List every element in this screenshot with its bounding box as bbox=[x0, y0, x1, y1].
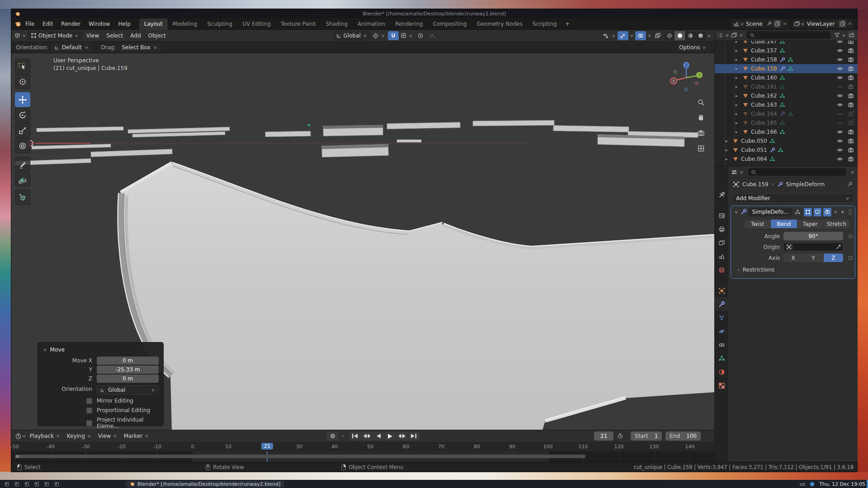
animate-dot-icon[interactable] bbox=[849, 256, 852, 260]
viewport-menu[interactable]: Select bbox=[103, 31, 126, 40]
pivot-point-dropdown[interactable]: ∨ bbox=[371, 31, 387, 40]
pan-hand-icon[interactable] bbox=[695, 112, 706, 123]
object-name[interactable]: Cube.166 bbox=[751, 129, 777, 135]
show-gizmo-toggle[interactable] bbox=[618, 31, 628, 40]
properties-tab[interactable] bbox=[715, 284, 728, 297]
workspace-tab[interactable]: Sculpting bbox=[202, 19, 237, 30]
object-name[interactable]: Cube.161 bbox=[751, 84, 777, 90]
shading-wireframe-button[interactable] bbox=[664, 31, 675, 40]
properties-tab[interactable] bbox=[715, 338, 728, 352]
jump-to-end-button[interactable] bbox=[408, 432, 420, 441]
axis-button[interactable]: Y bbox=[803, 253, 823, 262]
taskbar-window-icon[interactable] bbox=[13, 481, 21, 487]
outliner-row[interactable]: ▸ Cube.164 ✕ bbox=[715, 109, 858, 118]
object-name[interactable]: Cube.164 bbox=[751, 111, 777, 117]
filter-icon[interactable] bbox=[834, 32, 840, 38]
prev-keyframe-button[interactable] bbox=[361, 432, 373, 441]
gizmo-dropdown-icon[interactable]: ∨ bbox=[628, 33, 635, 38]
breadcrumb-object[interactable]: Cube.159 bbox=[742, 181, 769, 188]
outliner-row[interactable]: ▸ Cube.158 ✕ bbox=[715, 55, 858, 64]
tool-scale[interactable] bbox=[15, 123, 30, 138]
drag-handle-icon[interactable] bbox=[848, 209, 852, 215]
object-name[interactable]: Cube.165 bbox=[751, 120, 777, 126]
checkbox[interactable] bbox=[86, 420, 92, 426]
drag-mode-dropdown[interactable]: Select Box ∨ bbox=[118, 43, 160, 52]
modifier-panel-header[interactable]: ∨ SimpleDefo... ∨ ✕ bbox=[731, 206, 855, 218]
outliner-row[interactable]: ▸ Cube.050 ✕ bbox=[715, 136, 858, 145]
workspace-tab[interactable]: Modeling bbox=[168, 19, 203, 30]
object-name[interactable]: Cube.147 bbox=[751, 41, 777, 45]
render-camera-icon[interactable] bbox=[848, 156, 854, 162]
outliner-row[interactable]: ▸ Cube.051 ✕ bbox=[715, 145, 858, 155]
object-name[interactable]: Cube.160 bbox=[751, 75, 777, 81]
hide-eye-closed-icon[interactable] bbox=[837, 111, 843, 117]
preview-range-icon[interactable] bbox=[617, 433, 623, 439]
properties-tab[interactable] bbox=[715, 352, 728, 365]
disclosure-triangle-icon[interactable]: ▸ bbox=[736, 41, 740, 44]
disclosure-triangle-icon[interactable]: ▸ bbox=[736, 94, 740, 98]
move-z-field[interactable]: 0 m bbox=[97, 375, 159, 383]
object-name[interactable]: Cube.163 bbox=[751, 102, 777, 108]
properties-tab[interactable] bbox=[715, 311, 728, 324]
render-camera-icon[interactable] bbox=[848, 129, 854, 135]
topbar-menu[interactable]: Window bbox=[85, 19, 114, 29]
orientation-dropdown[interactable]: Global ∨ bbox=[97, 385, 159, 394]
new-viewlayer-icon[interactable] bbox=[839, 20, 846, 28]
move-operator-panel[interactable]: ∨ Move Move X 0 m Y -25.33 m Z 0 m Orien… bbox=[38, 342, 164, 426]
new-scene-icon[interactable] bbox=[774, 20, 781, 28]
taskbar-window-icon[interactable] bbox=[52, 481, 61, 487]
pin-icon[interactable] bbox=[847, 181, 853, 188]
properties-tab[interactable] bbox=[715, 365, 728, 379]
axis-button[interactable]: X bbox=[783, 253, 803, 262]
outliner-row[interactable]: ▸ Cube.157 ✕ bbox=[715, 46, 858, 55]
viewlayer-selector[interactable]: ∨ ViewLayer ✕ bbox=[792, 19, 854, 28]
outliner-row[interactable]: ▸ Cube.160 ✕ bbox=[715, 73, 858, 82]
disclosure-triangle-icon[interactable]: ▸ bbox=[736, 48, 740, 53]
topbar-menu[interactable]: File bbox=[21, 19, 38, 29]
timeline-strip[interactable] bbox=[11, 451, 714, 462]
disclosure-triangle-icon[interactable]: ▸ bbox=[736, 121, 740, 125]
properties-tab[interactable] bbox=[715, 209, 728, 222]
render-camera-icon[interactable] bbox=[848, 75, 854, 81]
disclosure-triangle-icon[interactable]: ▸ bbox=[736, 103, 740, 107]
show-render-toggle[interactable] bbox=[823, 208, 831, 216]
navigation-gizmo[interactable]: Z Y X bbox=[668, 60, 704, 96]
tool-annotate[interactable] bbox=[15, 156, 30, 171]
outliner-row[interactable]: ▸ Cube.147 ✕ bbox=[715, 41, 858, 46]
keying-clear-icon[interactable]: ✕ bbox=[341, 434, 344, 439]
hide-eye-icon[interactable] bbox=[837, 102, 843, 108]
object-visibility-dropdown[interactable]: ∨ bbox=[601, 31, 617, 40]
render-camera-icon[interactable] bbox=[848, 66, 854, 72]
add-modifier-dropdown[interactable]: Add Modifier ∨ bbox=[732, 193, 854, 203]
show-overlays-toggle[interactable] bbox=[635, 31, 646, 40]
workspace-tab[interactable]: Geometry Nodes bbox=[472, 19, 528, 30]
modifier-name-field[interactable]: SimpleDefo... bbox=[749, 208, 792, 216]
viewport-menu[interactable]: Add bbox=[127, 31, 144, 40]
workspace-tab[interactable]: Rendering bbox=[390, 19, 428, 30]
tool-transform[interactable] bbox=[15, 138, 30, 153]
topbar-menu[interactable]: Edit bbox=[38, 19, 57, 29]
disclosure-triangle-icon[interactable]: ▸ bbox=[736, 84, 740, 89]
properties-search-input[interactable] bbox=[748, 168, 846, 176]
render-camera-icon[interactable] bbox=[848, 56, 854, 63]
breadcrumb-modifier[interactable]: SimpleDeform bbox=[786, 181, 825, 188]
scrollbar-handle[interactable] bbox=[16, 455, 19, 458]
viewport-menu[interactable]: Object bbox=[145, 31, 169, 40]
disclosure-triangle-icon[interactable]: ▸ bbox=[726, 148, 730, 152]
taskbar-window-icon[interactable] bbox=[23, 481, 31, 487]
blender-menu-icon[interactable] bbox=[14, 20, 21, 28]
tool-select-box[interactable] bbox=[15, 59, 30, 74]
snap-settings-dropdown[interactable]: ∨ bbox=[400, 31, 414, 40]
scene-selector[interactable]: ∨ Scene ✕ bbox=[731, 19, 789, 28]
new-collection-icon[interactable] bbox=[848, 31, 855, 39]
object-name[interactable]: Cube.065 bbox=[741, 165, 767, 166]
render-camera-icon[interactable] bbox=[848, 165, 854, 166]
eyedropper-icon[interactable] bbox=[835, 244, 841, 250]
restrictions-section[interactable]: › Restrictions bbox=[737, 267, 855, 273]
transform-orientation-dropdown[interactable]: Global ∨ bbox=[333, 31, 371, 40]
camera-view-icon[interactable] bbox=[695, 127, 706, 138]
unlink-scene-icon[interactable]: ✕ bbox=[783, 21, 787, 26]
current-frame-field[interactable]: 21 bbox=[594, 432, 613, 441]
render-camera-icon[interactable] bbox=[848, 41, 854, 45]
next-keyframe-button[interactable] bbox=[396, 432, 408, 441]
